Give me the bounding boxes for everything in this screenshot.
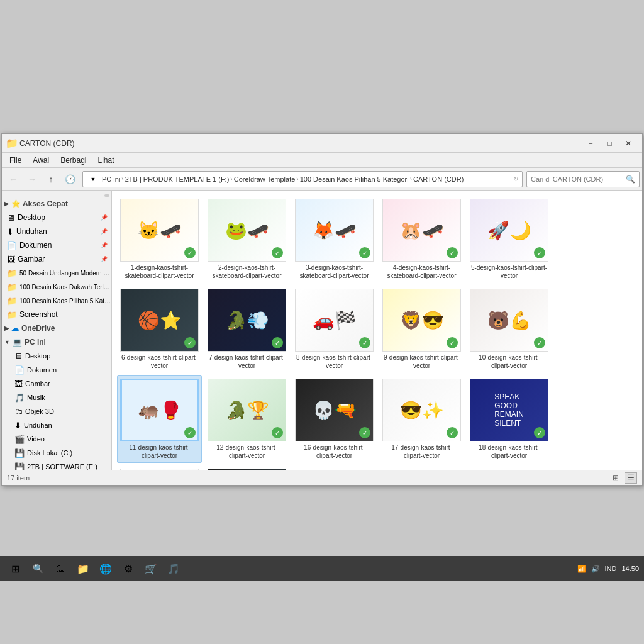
minimize-button[interactable]: − (582, 137, 599, 150)
menu-file[interactable]: File (4, 155, 26, 166)
file-name-5: 5-design-kaos-tshirt-clipart-vector (470, 264, 548, 280)
address-dropdown-icon[interactable]: ▼ (87, 173, 99, 186)
recent-button[interactable]: 🕐 (61, 170, 79, 188)
file-item-20[interactable]: 👑💀 ✓ 20-design-kaos-tshirt-clipart-vecto… (204, 465, 289, 470)
pc-expand-icon: ▼ (4, 339, 10, 345)
menu-awal[interactable]: Awal (28, 155, 54, 166)
pc-unduhan-icon: ⬇ (14, 421, 21, 430)
sidebar-disk-e[interactable]: 💾 2TB | SOFTWARE (E:) (2, 460, 111, 470)
menu-berbagi[interactable]: Berbagi (55, 155, 91, 166)
sidebar-disk-c[interactable]: 💾 Disk Lokal (C:) (2, 446, 111, 460)
file-item-16[interactable]: 💀🔫 ✓ 16-design-kaos-tshirt-clipart-vecto… (292, 375, 377, 463)
sidebar-screenshot-label: Screenshot (19, 310, 58, 319)
start-button[interactable]: ⊞ (5, 558, 25, 579)
tshirt-design-20: 👑💀 (208, 469, 286, 470)
sidebar-item-dokumen[interactable]: 📄 Dokumen 📌 (2, 238, 111, 252)
file-item-5[interactable]: 🚀🌙 ✓ 5-design-kaos-tshirt-clipart-vector (467, 196, 552, 283)
file-item-3[interactable]: 🦊🛹 ✓ 3-design-kaos-tshirt-skateboard-cli… (292, 196, 377, 283)
pc-unduhan-label: Unduhan (24, 421, 52, 429)
file-item-2[interactable]: 🐸🛹 ✓ 2-design-kaos-tshirt-skateboard-cli… (204, 196, 289, 283)
quick-access-header[interactable]: ▶ ⭐ Akses Cepat (2, 197, 111, 211)
search-input[interactable] (531, 175, 626, 183)
breadcrumb-pc[interactable]: PC ini (102, 175, 120, 183)
close-button[interactable]: ✕ (619, 137, 637, 150)
file-item-12[interactable]: 🐊🏆 ✓ 12-design-kaos-tshirt-clipart-vecto… (204, 375, 289, 463)
check-icon-1: ✓ (184, 247, 196, 258)
back-button[interactable]: ← (4, 170, 22, 188)
file-name-16: 16-design-kaos-tshirt-clipart-vector (295, 443, 374, 460)
view-large-icon[interactable]: ⊞ (609, 472, 622, 484)
taskbar-time: 14.50 (621, 565, 639, 572)
maximize-button[interactable]: □ (601, 137, 618, 150)
menu-lihat[interactable]: Lihat (93, 155, 119, 166)
breadcrumb-carton[interactable]: CARTON (CDR) (413, 175, 464, 183)
taskbar-search-icon[interactable]: 🔍 (28, 558, 48, 579)
taskbar-edge-icon[interactable]: 🌐 (96, 558, 116, 579)
address-refresh-icon[interactable]: ↻ (513, 175, 518, 182)
sidebar-item-gambar[interactable]: 🖼 Gambar 📌 (2, 252, 111, 266)
sidebar-pc-musik[interactable]: 🎵 Musik (2, 391, 111, 404)
sidebar-item-desktop[interactable]: 🖥 Desktop 📌 (2, 211, 111, 225)
gambar-icon: 🖼 (7, 255, 15, 264)
up-button[interactable]: ↑ (42, 170, 60, 188)
sidebar-pc-unduhan[interactable]: ⬇ Unduhan (2, 418, 111, 432)
address-bar[interactable]: ▼ PC ini › 2TB | PRODUK TEMPLATE 1 (F:) … (82, 171, 523, 187)
file-thumb-12: 🐊🏆 ✓ (208, 379, 286, 441)
file-name-3: 3-design-kaos-tshirt-skateboard-clipart-… (295, 264, 374, 280)
sidebar-50desain-label: 50 Desain Undangan Modern Kel (19, 270, 111, 277)
sidebar-item-screenshot[interactable]: 📁 Screenshot (2, 308, 111, 321)
sidebar-pc-desktop[interactable]: 🖥 Desktop (2, 349, 111, 363)
file-item-1[interactable]: 🐱🛹 ✓ 1-design-kaos-tshirt-skateboard-cli… (117, 196, 202, 283)
taskbar-taskview-icon[interactable]: 🗂 (50, 558, 70, 579)
unduhan-icon: ⬇ (7, 227, 14, 236)
file-name-1: 1-design-kaos-tshirt-skateboard-clipart-… (120, 264, 199, 280)
file-item-8[interactable]: 🚗🏁 ✓ 8-design-kaos-tshirt-clipart-vector (292, 286, 377, 373)
file-item-19[interactable]: 🦅💫 ✓ 19-design-kaos-tshirt-clipart-vecto… (117, 465, 202, 470)
pc-desktop-icon: 🖥 (14, 352, 23, 361)
file-item-7[interactable]: 🐊💨 ✓ 7-design-kaos-tshirt-clipart-vector (204, 286, 289, 373)
sidebar-item-100dakwah[interactable]: 📁 100 Desain Kaos Dakwah Terlaris (2, 280, 111, 294)
forward-button[interactable]: → (23, 170, 41, 188)
sidebar-100dakwah-label: 100 Desain Kaos Dakwah Terlaris (19, 284, 111, 291)
breadcrumb: PC ini › 2TB | PRODUK TEMPLATE 1 (F:) › … (102, 175, 464, 183)
check-icon-10: ✓ (534, 337, 545, 348)
sidebar-item-100pilihan[interactable]: 📁 100 Desain Kaos Pilihan 5 Katego (2, 294, 111, 308)
sidebar-pc-objek3d[interactable]: 🗂 Objek 3D (2, 404, 111, 418)
onedrive-expand-icon: ▶ (4, 325, 9, 331)
file-item-10[interactable]: 🐻💪 ✓ 10-design-kaos-tshirt-clipart-vecto… (467, 286, 552, 373)
breadcrumb-coreldraw[interactable]: Coreldraw Template (234, 175, 296, 183)
sidebar-item-unduhan[interactable]: ⬇ Unduhan 📌 (2, 225, 111, 238)
view-detail-icon[interactable]: ☰ (625, 472, 637, 484)
pc-header[interactable]: ▼ 💻 PC ini (2, 335, 111, 349)
pc-3d-label: Objek 3D (25, 408, 54, 415)
file-thumb-17: 😎✨ ✓ (382, 379, 461, 441)
sidebar-pc-video[interactable]: 🎬 Video (2, 432, 111, 446)
folder-100p-icon: 📁 (7, 296, 17, 306)
breadcrumb-drive[interactable]: 2TB | PRODUK TEMPLATE 1 (F:) (125, 175, 230, 183)
onedrive-header[interactable]: ▶ ☁ OneDrive (2, 321, 111, 335)
file-name-17: 17-design-kaos-tshirt-clipart-vector (382, 443, 461, 460)
sidebar-item-50desain[interactable]: 📁 50 Desain Undangan Modern Kel (2, 266, 111, 280)
taskbar-settings-icon[interactable]: ⚙ (118, 558, 138, 579)
status-bar-right: ⊞ ☰ (609, 472, 637, 484)
breadcrumb-100desain[interactable]: 100 Desain Kaos Pilihan 5 Kategori (300, 175, 409, 183)
file-item-9[interactable]: 🦁😎 ✓ 9-design-kaos-tshirt-clipart-vector (379, 286, 464, 373)
sidebar-pc-dokumen[interactable]: 📄 Dokumen (2, 363, 111, 377)
taskbar-explorer-icon[interactable]: 📁 (73, 558, 93, 579)
taskbar-store-icon[interactable]: 🛒 (141, 558, 161, 579)
file-item-4[interactable]: 🐹🛹 ✓ 4-design-kaos-tshirt-skateboard-cli… (379, 196, 464, 283)
file-item-6[interactable]: 🏀⭐ ✓ 6-design-kaos-tshirt-clipart-vector (117, 286, 202, 373)
check-icon-8: ✓ (359, 337, 370, 348)
screenshot-icon: 📁 (7, 310, 17, 319)
onedrive-icon: ☁ (11, 324, 19, 333)
file-item-11[interactable]: 🦛🥊 ✓ 11-design-kaos-tshirt-clipart-vecto… (117, 375, 202, 463)
sidebar-pc-gambar[interactable]: 🖼 Gambar (2, 377, 111, 391)
disk-c-icon: 💾 (14, 448, 25, 458)
file-name-8: 8-design-kaos-tshirt-clipart-vector (295, 353, 374, 370)
sidebar-dokumen-label: Dokumen (19, 241, 52, 250)
taskbar-media-icon[interactable]: 🎵 (164, 558, 184, 579)
file-item-17[interactable]: 😎✨ ✓ 17-design-kaos-tshirt-clipart-vecto… (379, 375, 464, 463)
search-bar[interactable]: 🔍 (526, 171, 640, 187)
pc-dokumen-icon: 📄 (14, 365, 25, 375)
file-item-18[interactable]: SPEAKGOODREMAINSILENT ✓ 18-design-kaos-t… (467, 375, 552, 463)
